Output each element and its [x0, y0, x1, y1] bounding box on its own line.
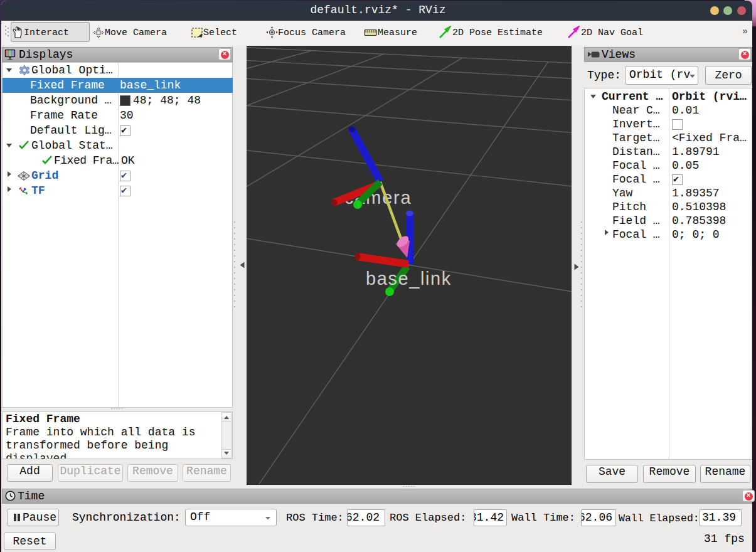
svg-text:base_link: base_link	[366, 268, 452, 289]
